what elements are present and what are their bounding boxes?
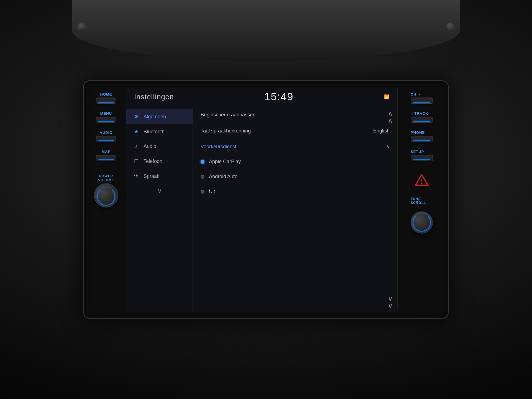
power-volume-button[interactable]: POWER VOLUME xyxy=(94,174,118,208)
taal-spraak-row[interactable]: Taal spraakherkenning English xyxy=(193,123,397,139)
taal-spraak-label: Taal spraakherkenning xyxy=(201,128,251,134)
map-key[interactable] xyxy=(96,155,116,161)
audio-key[interactable] xyxy=(96,136,116,142)
screen-body: ⚙ Algemeen ★ Bluetooth ♪ Audio ☐ Telefoo… xyxy=(126,107,397,312)
nav-label-algemeen: Algemeen xyxy=(144,114,166,120)
tune-scroll-button[interactable]: TUNE SCROLL xyxy=(411,197,433,234)
content-panel: Beginscherm aanpassen Taal spraakherkenn… xyxy=(193,107,397,312)
bluetooth-icon: ★ xyxy=(133,129,140,135)
beginscherm-row[interactable]: Beginscherm aanpassen xyxy=(193,107,397,123)
voice-icon xyxy=(133,173,140,180)
voorkeursdienst-header[interactable]: Voorkeursdienst ∧ xyxy=(193,139,397,154)
nav-label-telefoon: Telefoon xyxy=(144,158,162,164)
home-label: HOME xyxy=(100,92,112,96)
alert-area: ! xyxy=(415,171,429,187)
content-panel-wrapper: ∧ ∧ Beginscherm aanpassen Taal spraakher… xyxy=(193,107,397,312)
nav-item-spraak[interactable]: Spraak xyxy=(126,169,193,184)
menu-button[interactable]: MENU xyxy=(96,111,116,123)
uit-label: Uit xyxy=(209,189,215,195)
volume-knob[interactable] xyxy=(94,183,118,208)
main-screen: Instellingen 15:49 📶 ⚙ Algemeen ★ Bluet xyxy=(126,87,398,312)
ch-button[interactable]: CH > xyxy=(411,92,433,104)
nav-panel: ⚙ Algemeen ★ Bluetooth ♪ Audio ☐ Telefoo… xyxy=(126,107,193,312)
uit-radio-dot[interactable] xyxy=(201,190,204,194)
nav-item-bluetooth[interactable]: ★ Bluetooth xyxy=(126,124,193,139)
right-button-column: CH > < TRACK PHONE SETUP ! xyxy=(401,87,443,312)
taal-spraak-value: English xyxy=(373,128,390,134)
music-note-icon: ♪ xyxy=(133,144,140,149)
nav-item-audio[interactable]: ♪ Audio xyxy=(126,139,193,154)
chevron-down-icon: ∨ xyxy=(157,187,162,195)
power-volume-label: POWER VOLUME xyxy=(98,174,114,182)
phone-button[interactable]: PHONE xyxy=(411,131,433,142)
track-key[interactable] xyxy=(411,117,433,123)
scroll-down-icon[interactable]: ∨ xyxy=(388,295,393,302)
home-button[interactable]: HOME xyxy=(96,92,116,104)
android-auto-label: Android Auto xyxy=(209,174,237,180)
setup-label: SETUP xyxy=(411,150,424,154)
signal-icon: 📶 xyxy=(384,94,390,99)
menu-key[interactable] xyxy=(96,117,116,123)
voorkeursdienst-label: Voorkeursdienst xyxy=(201,144,236,150)
setup-key[interactable] xyxy=(411,155,433,161)
nav-label-spraak: Spraak xyxy=(144,173,159,179)
infotainment-unit: HOME MENU AUDIO MAP POWER VOLUME xyxy=(83,80,449,319)
track-button[interactable]: < TRACK xyxy=(411,111,433,123)
ch-key[interactable] xyxy=(411,98,433,104)
map-button[interactable]: MAP xyxy=(96,150,116,161)
uit-option[interactable]: Uit xyxy=(193,184,397,199)
nav-item-algemeen[interactable]: ⚙ Algemeen xyxy=(126,109,193,124)
phone-icon: ☐ xyxy=(133,158,140,164)
ch-label: CH > xyxy=(411,92,420,96)
scroll-down-icon-2[interactable]: ∨ xyxy=(388,302,393,309)
apple-carplay-option[interactable]: Apple CarPlay xyxy=(193,154,397,169)
beginscherm-label: Beginscherm aanpassen xyxy=(201,112,255,118)
bezel-bolt-left xyxy=(78,22,86,30)
screen-header: Instellingen 15:49 📶 xyxy=(126,87,397,107)
screen-title: Instellingen xyxy=(134,93,174,101)
audio-button[interactable]: AUDIO xyxy=(96,131,116,142)
setup-button[interactable]: SETUP xyxy=(411,150,433,161)
nav-label-bluetooth: Bluetooth xyxy=(144,129,165,135)
nav-item-telefoon[interactable]: ☐ Telefoon xyxy=(126,154,193,169)
track-label: < TRACK xyxy=(411,111,428,116)
screen-clock: 15:49 xyxy=(264,91,293,103)
scroll-up-icon[interactable]: ∧ xyxy=(388,110,393,117)
nav-label-audio: Audio xyxy=(144,144,156,149)
alert-triangle-icon[interactable]: ! xyxy=(415,174,429,186)
tune-scroll-label: TUNE SCROLL xyxy=(411,197,426,205)
nav-scroll-down-button[interactable]: ∨ xyxy=(126,184,193,198)
phone-key[interactable] xyxy=(411,136,433,142)
svg-point-0 xyxy=(134,175,135,176)
left-button-column: HOME MENU AUDIO MAP POWER VOLUME xyxy=(89,87,123,312)
gear-icon: ⚙ xyxy=(133,114,140,120)
audio-label: AUDIO xyxy=(100,131,113,135)
map-label: MAP xyxy=(102,150,111,154)
home-key[interactable] xyxy=(96,98,116,104)
android-auto-radio-dot[interactable] xyxy=(201,175,204,179)
apple-carplay-radio-dot[interactable] xyxy=(201,160,204,164)
menu-label: MENU xyxy=(100,111,112,116)
tune-scroll-knob[interactable] xyxy=(411,211,433,234)
scroll-up-icon-2[interactable]: ∧ xyxy=(388,117,393,124)
status-icons: 📶 xyxy=(384,94,390,99)
bezel-bolt-right xyxy=(446,22,454,30)
car-bezel: HOME MENU AUDIO MAP POWER VOLUME xyxy=(0,0,532,399)
svg-text:!: ! xyxy=(421,178,423,185)
voorkeursdienst-chevron-icon: ∧ xyxy=(386,144,390,150)
phone-label: PHONE xyxy=(411,131,425,135)
android-auto-option[interactable]: Android Auto xyxy=(193,169,397,184)
apple-carplay-label: Apple CarPlay xyxy=(209,159,241,165)
scroll-up-arrows[interactable]: ∧ ∧ xyxy=(388,110,393,124)
scroll-down-arrows[interactable]: ∨ ∨ xyxy=(388,295,393,309)
